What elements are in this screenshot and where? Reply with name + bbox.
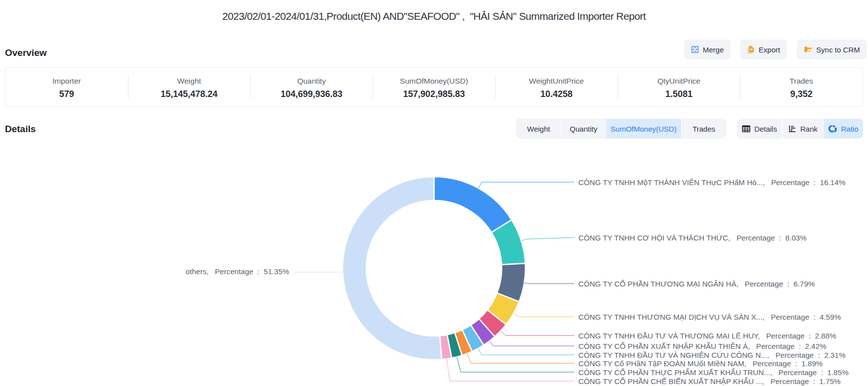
svg-text:CÔNG TY TNHH THƯƠNG MẠI DỊCH V: CÔNG TY TNHH THƯƠNG MẠI DỊCH VỤ VÀ SẢN X…: [578, 313, 841, 321]
svg-text:CÔNG TY TNHH CƠ HỘI VÀ THÁCH T: CÔNG TY TNHH CƠ HỘI VÀ THÁCH THỨC, Perce…: [578, 234, 807, 242]
svg-text:others, Percentage : 51.35: others, Percentage : 51.35%: [186, 267, 289, 276]
svg-text:CÔNG TY CỔ PHẦN CHẾ BIẾN XUẤT: CÔNG TY CỔ PHẦN CHẾ BIẾN XUẤT NHẬP KHẨU …: [578, 377, 841, 386]
svg-text:CÔNG TY TNHH ĐẦU TƯ VÀ THƯƠNG: CÔNG TY TNHH ĐẦU TƯ VÀ THƯƠNG MẠI LÊ HUY…: [578, 332, 836, 340]
svg-text:CÔNG TY TNHH MộT THÀNH VIÊN TH: CÔNG TY TNHH MộT THÀNH VIÊN THựC PHẩM Hò…: [578, 178, 845, 187]
svg-text:CÔNG TY CỔ PHẦN XUẤT NHẬP KHẨU: CÔNG TY CỔ PHẦN XUẤT NHẬP KHẨU THIÊN Á, …: [578, 342, 826, 350]
svg-text:CÔNG TY CỔ PHẦN THỰC PHẨM XUẤT: CÔNG TY CỔ PHẦN THỰC PHẨM XUẤT KHẨU TRUN…: [578, 368, 849, 377]
svg-text:CÔNG TY Cổ PHầN TậP ĐOÀN MUốI: CÔNG TY Cổ PHầN TậP ĐOÀN MUốI MIềN NAM, …: [578, 359, 823, 368]
svg-text:CÔNG TY TNHH ĐẦU TƯ VÀ NGHIÊN: CÔNG TY TNHH ĐẦU TƯ VÀ NGHIÊN CỨU CÔNG N…: [578, 351, 845, 359]
svg-text:CÔNG TY CỔ PHẦN THƯƠNG MẠI NGÂ: CÔNG TY CỔ PHẦN THƯƠNG MẠI NGÂN HÀ, Perc…: [578, 280, 815, 288]
